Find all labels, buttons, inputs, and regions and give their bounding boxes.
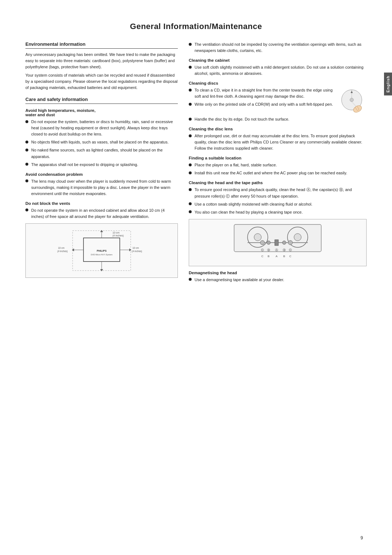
cleaning-cabinet-title: Cleaning the cabinet [189,58,367,62]
svg-point-26 [254,234,261,241]
ventilation-svg: PHILIPS DVD Micro Hi-Fi System 10 cm (4 … [54,227,149,274]
list-item: The apparatus shall not be exposed to dr… [25,162,178,168]
cleaning-disc-lens-title: Cleaning the disc lens [189,127,367,131]
list-item: Do not expose the system, batteries or d… [25,119,178,137]
svg-text:B: B [283,255,285,258]
svg-text:DVD Micro Hi-Fi System: DVD Micro Hi-Fi System [91,254,113,256]
bullet-icon [189,43,192,46]
bullet-icon [25,163,28,166]
demagnetising-list: Use a demagnetising tape available at yo… [189,277,367,283]
finding-location-title: Finding a suitable location [189,156,367,160]
svg-text:(4 inches): (4 inches) [113,234,124,237]
svg-marker-15 [129,248,131,251]
bullet-text: No objects filled with liquids, such as … [31,139,178,145]
svg-text:PHILIPS: PHILIPS [97,250,107,252]
do-not-block-title: Do not block the vents [25,201,178,206]
avoid-condensation-title: Avoid condensation problem [25,172,178,177]
language-tab: English [384,73,392,96]
bullet-icon [25,141,28,143]
tape-head-svg: Ⓐ Ⓑ Ⓑ Ⓒ Ⓒ C B A B [230,223,325,263]
svg-marker-11 [72,248,74,251]
bullet-icon [25,120,28,123]
cleaning-head-tape-title: Cleaning the head and the tape paths [189,181,367,185]
care-section-title: Care and safety information [25,97,178,104]
bullet-text: You also can clean the head by playing a… [195,209,367,215]
bullet-icon [25,149,28,151]
list-item: Use soft cloth slightly moistened with a… [189,64,367,77]
bullet-icon [189,134,192,137]
do-not-block-list: Do not operate the system in an enclosed… [25,207,178,220]
bullet-text: Install this unit near the AC outlet and… [195,170,367,176]
cleaning-disc-row: To clean a CD, wipe it in a straight lin… [189,87,367,116]
bullet-icon [189,278,192,281]
bullet-text: Do not operate the system in an enclosed… [31,207,178,220]
svg-text:Ⓒ: Ⓒ [289,248,292,252]
ventilation-diagram: PHILIPS DVD Micro Hi-Fi System 10 cm (4 … [25,223,178,278]
list-item: Write only on the printed side of a CDR(… [189,101,334,108]
bullet-text: The ventilation should not be impeded by… [195,41,367,54]
demagnetising-title: Demagnetising the head [189,271,367,275]
svg-marker-9 [100,269,103,271]
ventilation-top-list: The ventilation should not be impeded by… [189,41,367,54]
main-content: Environmental information Any unnecessar… [25,41,367,285]
bullet-icon [189,118,192,121]
bullet-text: To clean a CD, wipe it in a straight lin… [195,87,334,100]
list-item: No naked flame sources, such as lighted … [25,147,178,159]
bullet-text: To ensure good recording and playback qu… [195,187,367,199]
list-item: No objects filled with liquids, such as … [25,139,178,145]
svg-point-36 [260,240,265,245]
right-column: The ventilation should not be impeded by… [189,41,367,285]
svg-text:Ⓒ: Ⓒ [261,248,264,252]
bullet-text: Use a demagnetising tape available at yo… [195,277,367,283]
svg-rect-30 [275,240,278,246]
bullet-text: Place the player on a flat, hard, stable… [195,162,367,168]
bullet-icon [189,163,192,166]
avoid-high-temp-title: Avoid high temperatures, moisture,water … [25,108,178,117]
cleaning-discs-list: To clean a CD, wipe it in a straight lin… [189,87,334,108]
svg-text:(4 inches): (4 inches) [132,250,142,253]
finding-location-list: Place the player on a flat, hard, stable… [189,162,367,176]
cleaning-disc-lens-list: After prolonged use, dirt or dust may ac… [189,133,367,151]
list-item: Use a cotton swab slightly moistened wit… [189,201,367,207]
bullet-icon [189,210,192,213]
svg-text:C: C [261,255,264,258]
bullet-text: Handle the disc by its edge. Do not touc… [195,116,367,122]
svg-text:10 cm: 10 cm [113,231,119,234]
bullet-icon [189,202,192,205]
bullet-icon [189,103,192,106]
svg-point-28 [294,234,301,241]
environmental-para1: Any unnecessary packaging has been omitt… [25,52,178,70]
cleaning-cabinet-list: Use soft cloth slightly moistened with a… [189,64,367,77]
bullet-text: Use soft cloth slightly moistened with a… [195,64,367,77]
tape-head-diagram: Ⓐ Ⓑ Ⓑ Ⓒ Ⓒ C B A B [189,219,367,266]
svg-text:Ⓑ: Ⓑ [283,248,286,252]
bullet-icon [189,89,192,92]
svg-rect-24 [234,224,321,252]
cleaning-disc-text: To clean a CD, wipe it in a straight lin… [189,87,334,110]
environmental-section-title: Environmental information [25,41,178,49]
disc-cleaning-image [338,87,367,116]
page-title: General Information/Maintenance [25,22,367,31]
cleaning-discs-list2: Handle the disc by its edge. Do not touc… [189,116,367,122]
list-item: The ventilation should not be impeded by… [189,41,367,54]
bullet-icon [25,179,28,182]
bullet-text: Write only on the printed side of a CDR(… [195,101,334,108]
page-container: English General Information/Maintenance … [0,0,392,555]
bullet-icon [189,171,192,174]
list-item: To clean a CD, wipe it in a straight lin… [189,87,334,100]
svg-text:10 cm: 10 cm [58,247,65,249]
list-item: Install this unit near the AC outlet and… [189,170,367,176]
svg-text:Ⓑ: Ⓑ [267,248,270,252]
list-item: Handle the disc by its edge. Do not touc… [189,116,367,122]
list-item: Place the player on a flat, hard, stable… [189,162,367,168]
svg-point-38 [288,240,293,245]
cleaning-head-tape-list: To ensure good recording and playback qu… [189,187,367,215]
bullet-text: No naked flame sources, such as lighted … [31,147,178,159]
list-item: Use a demagnetising tape available at yo… [189,277,367,283]
svg-text:B: B [268,255,269,258]
svg-point-32 [267,241,270,244]
svg-point-34 [282,241,286,244]
list-item: To ensure good recording and playback qu… [189,187,367,199]
bullet-text: The apparatus shall not be exposed to dr… [31,162,178,168]
svg-text:A: A [275,255,278,258]
